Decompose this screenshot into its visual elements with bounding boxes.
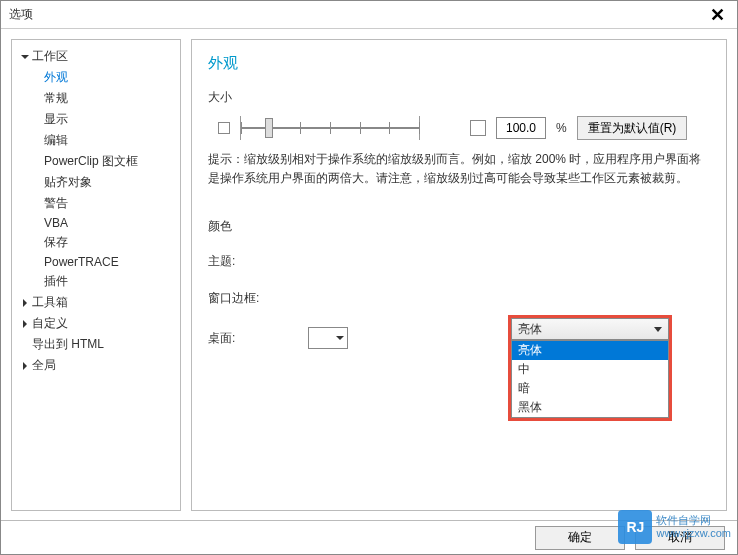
tree-label: PowerTRACE xyxy=(44,255,119,269)
tree-label: 全局 xyxy=(32,357,56,374)
theme-option-medium[interactable]: 中 xyxy=(512,360,668,379)
tree-warnings[interactable]: 警告 xyxy=(16,193,176,214)
percent-label: % xyxy=(556,121,567,135)
tree-label: 外观 xyxy=(44,69,68,86)
tree-workspace[interactable]: 工作区 xyxy=(16,46,176,67)
chevron-down-icon xyxy=(20,52,30,62)
close-icon[interactable]: ✕ xyxy=(706,4,729,26)
tree-save[interactable]: 保存 xyxy=(16,232,176,253)
theme-label: 主题: xyxy=(208,253,308,270)
titlebar: 选项 ✕ xyxy=(1,1,737,29)
chevron-down-icon xyxy=(654,327,662,332)
theme-option-dark[interactable]: 暗 xyxy=(512,379,668,398)
desktop-label: 桌面: xyxy=(208,330,308,347)
size-label: 大小 xyxy=(208,89,710,106)
panel-title: 外观 xyxy=(208,54,710,73)
tree-vba[interactable]: VBA xyxy=(16,214,176,232)
tree-label: 导出到 HTML xyxy=(32,336,104,353)
border-label: 窗口边框: xyxy=(208,290,308,307)
tree-export-html[interactable]: 导出到 HTML xyxy=(16,334,176,355)
tree-label: 常规 xyxy=(44,90,68,107)
tree-label: 警告 xyxy=(44,195,68,212)
tree-appearance[interactable]: 外观 xyxy=(16,67,176,88)
tree-snap[interactable]: 贴齐对象 xyxy=(16,172,176,193)
size-slider-row: % 重置为默认值(R) xyxy=(208,116,710,140)
main-panel: 外观 大小 % 重置为默认值(R) 提示：缩放级别相对于操作系统的缩放级别而言。… xyxy=(191,39,727,511)
tree-plugins[interactable]: 插件 xyxy=(16,271,176,292)
theme-dropdown-list: 亮体 中 暗 黑体 xyxy=(511,340,669,418)
tree-label: 工作区 xyxy=(32,48,68,65)
color-label: 颜色 xyxy=(208,218,710,235)
tree-label: VBA xyxy=(44,216,68,230)
tree-label: 插件 xyxy=(44,273,68,290)
small-preview-icon xyxy=(218,122,230,134)
chevron-right-icon xyxy=(20,298,30,308)
size-slider[interactable] xyxy=(240,116,420,140)
tree-powertrace[interactable]: PowerTRACE xyxy=(16,253,176,271)
theme-combo-highlighted: 亮体 亮体 中 暗 黑体 xyxy=(508,315,672,421)
hint-text: 提示：缩放级别相对于操作系统的缩放级别而言。例如，缩放 200% 时，应用程序用… xyxy=(208,150,710,188)
desktop-color-picker[interactable] xyxy=(308,327,348,349)
dialog-footer: 确定 取消 xyxy=(1,520,737,554)
cancel-button[interactable]: 取消 xyxy=(635,526,725,550)
tree-powerclip[interactable]: PowerClip 图文框 xyxy=(16,151,176,172)
large-preview-icon xyxy=(470,120,486,136)
tree-toolbox[interactable]: 工具箱 xyxy=(16,292,176,313)
size-value-input[interactable] xyxy=(496,117,546,139)
window-title: 选项 xyxy=(9,6,33,23)
tree-edit[interactable]: 编辑 xyxy=(16,130,176,151)
tree-label: 自定义 xyxy=(32,315,68,332)
tree-label: 工具箱 xyxy=(32,294,68,311)
tree-label: 保存 xyxy=(44,234,68,251)
theme-option-light[interactable]: 亮体 xyxy=(512,341,668,360)
tree-label: 编辑 xyxy=(44,132,68,149)
ok-button[interactable]: 确定 xyxy=(535,526,625,550)
theme-combo[interactable]: 亮体 xyxy=(511,318,669,340)
border-row: 窗口边框: xyxy=(208,290,710,307)
tree-label: PowerClip 图文框 xyxy=(44,153,138,170)
tree-label: 显示 xyxy=(44,111,68,128)
theme-combo-value: 亮体 xyxy=(518,321,542,338)
theme-row: 主题: xyxy=(208,253,710,270)
chevron-right-icon xyxy=(20,319,30,329)
reset-default-button[interactable]: 重置为默认值(R) xyxy=(577,116,688,140)
tree-display[interactable]: 显示 xyxy=(16,109,176,130)
content-area: 工作区 外观 常规 显示 编辑 PowerClip 图文框 贴齐对象 警告 VB… xyxy=(1,29,737,521)
slider-thumb[interactable] xyxy=(265,118,273,138)
tree-global[interactable]: 全局 xyxy=(16,355,176,376)
theme-option-black[interactable]: 黑体 xyxy=(512,398,668,417)
tree-general[interactable]: 常规 xyxy=(16,88,176,109)
sidebar-tree: 工作区 外观 常规 显示 编辑 PowerClip 图文框 贴齐对象 警告 VB… xyxy=(11,39,181,511)
chevron-right-icon xyxy=(20,361,30,371)
tree-customize[interactable]: 自定义 xyxy=(16,313,176,334)
options-dialog: 选项 ✕ 工作区 外观 常规 显示 编辑 PowerClip 图文框 贴齐对象 … xyxy=(0,0,738,555)
tree-label: 贴齐对象 xyxy=(44,174,92,191)
